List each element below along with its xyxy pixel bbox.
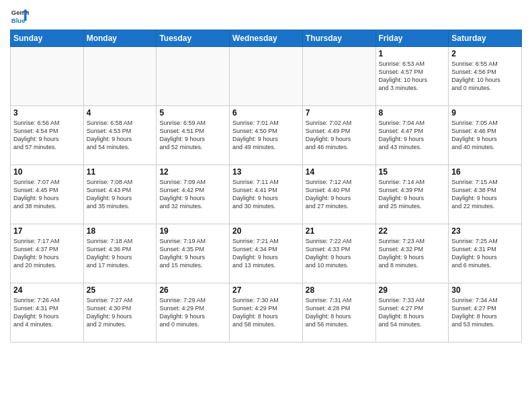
calendar-cell: 13Sunrise: 7:11 AM Sunset: 4:41 PM Dayli…: [230, 165, 303, 224]
day-number: 16: [451, 167, 519, 177]
day-number: 25: [87, 285, 154, 295]
day-number: 20: [232, 226, 300, 236]
day-info: Sunrise: 6:59 AM Sunset: 4:51 PM Dayligh…: [159, 119, 226, 152]
calendar-cell: 28Sunrise: 7:31 AM Sunset: 4:28 PM Dayli…: [302, 283, 375, 342]
calendar-cell: 6Sunrise: 7:01 AM Sunset: 4:50 PM Daylig…: [230, 106, 303, 165]
day-number: 1: [379, 49, 446, 58]
header-row: SundayMondayTuesdayWednesdayThursdayFrid…: [11, 30, 522, 47]
calendar-cell: 1Sunrise: 6:53 AM Sunset: 4:57 PM Daylig…: [375, 47, 449, 106]
day-info: Sunrise: 7:30 AM Sunset: 4:29 PM Dayligh…: [232, 296, 300, 329]
day-info: Sunrise: 7:07 AM Sunset: 4:45 PM Dayligh…: [13, 178, 81, 211]
day-number: 2: [451, 49, 519, 58]
calendar-cell: 30Sunrise: 7:34 AM Sunset: 4:27 PM Dayli…: [449, 283, 522, 342]
calendar-cell: [157, 47, 230, 106]
calendar-cell: 2Sunrise: 6:55 AM Sunset: 4:56 PM Daylig…: [449, 47, 522, 106]
day-number: 19: [159, 226, 226, 236]
day-number: 30: [451, 285, 519, 295]
weekday-header: Friday: [375, 30, 449, 47]
day-info: Sunrise: 6:53 AM Sunset: 4:57 PM Dayligh…: [379, 60, 446, 93]
calendar-cell: 20Sunrise: 7:21 AM Sunset: 4:34 PM Dayli…: [230, 224, 303, 283]
calendar-cell: 5Sunrise: 6:59 AM Sunset: 4:51 PM Daylig…: [157, 106, 230, 165]
day-number: 23: [451, 226, 519, 236]
day-info: Sunrise: 7:22 AM Sunset: 4:33 PM Dayligh…: [306, 237, 373, 270]
day-info: Sunrise: 7:11 AM Sunset: 4:41 PM Dayligh…: [232, 178, 300, 211]
day-number: 24: [13, 285, 81, 295]
day-info: Sunrise: 7:01 AM Sunset: 4:50 PM Dayligh…: [232, 119, 300, 152]
week-row: 24Sunrise: 7:26 AM Sunset: 4:31 PM Dayli…: [11, 283, 522, 342]
day-number: 10: [13, 167, 81, 177]
day-number: 11: [87, 167, 154, 177]
calendar-cell: 21Sunrise: 7:22 AM Sunset: 4:33 PM Dayli…: [302, 224, 375, 283]
week-row: 10Sunrise: 7:07 AM Sunset: 4:45 PM Dayli…: [11, 165, 522, 224]
calendar-cell: [83, 47, 157, 106]
day-number: 8: [379, 108, 446, 118]
day-info: Sunrise: 6:56 AM Sunset: 4:54 PM Dayligh…: [13, 119, 81, 152]
calendar-cell: 19Sunrise: 7:19 AM Sunset: 4:35 PM Dayli…: [157, 224, 230, 283]
day-number: 4: [87, 108, 154, 118]
calendar-cell: 11Sunrise: 7:08 AM Sunset: 4:43 PM Dayli…: [83, 165, 157, 224]
day-info: Sunrise: 7:29 AM Sunset: 4:29 PM Dayligh…: [159, 296, 226, 329]
calendar-table: SundayMondayTuesdayWednesdayThursdayFrid…: [10, 30, 522, 342]
calendar-cell: 24Sunrise: 7:26 AM Sunset: 4:31 PM Dayli…: [11, 283, 84, 342]
day-info: Sunrise: 7:19 AM Sunset: 4:35 PM Dayligh…: [159, 237, 226, 270]
day-info: Sunrise: 7:02 AM Sunset: 4:49 PM Dayligh…: [306, 119, 373, 152]
header: General Blue: [10, 7, 522, 26]
calendar-cell: 29Sunrise: 7:33 AM Sunset: 4:27 PM Dayli…: [375, 283, 449, 342]
weekday-header: Wednesday: [230, 30, 303, 47]
day-info: Sunrise: 7:34 AM Sunset: 4:27 PM Dayligh…: [451, 296, 519, 329]
day-number: 29: [379, 285, 446, 295]
svg-text:Blue: Blue: [11, 17, 26, 24]
day-number: 12: [159, 167, 226, 177]
day-info: Sunrise: 7:14 AM Sunset: 4:39 PM Dayligh…: [379, 178, 446, 211]
calendar-cell: 18Sunrise: 7:18 AM Sunset: 4:36 PM Dayli…: [83, 224, 157, 283]
day-info: Sunrise: 7:17 AM Sunset: 4:37 PM Dayligh…: [13, 237, 81, 270]
day-info: Sunrise: 7:18 AM Sunset: 4:36 PM Dayligh…: [87, 237, 154, 270]
weekday-header: Tuesday: [157, 30, 230, 47]
day-info: Sunrise: 7:15 AM Sunset: 4:38 PM Dayligh…: [451, 178, 519, 211]
week-row: 3Sunrise: 6:56 AM Sunset: 4:54 PM Daylig…: [11, 106, 522, 165]
day-number: 13: [232, 167, 300, 177]
logo-icon: General Blue: [10, 7, 29, 26]
calendar-cell: 7Sunrise: 7:02 AM Sunset: 4:49 PM Daylig…: [302, 106, 375, 165]
weekday-header: Sunday: [11, 30, 84, 47]
day-info: Sunrise: 7:05 AM Sunset: 4:46 PM Dayligh…: [451, 119, 519, 152]
calendar-cell: 10Sunrise: 7:07 AM Sunset: 4:45 PM Dayli…: [11, 165, 84, 224]
day-info: Sunrise: 6:55 AM Sunset: 4:56 PM Dayligh…: [451, 60, 519, 93]
calendar-cell: 25Sunrise: 7:27 AM Sunset: 4:30 PM Dayli…: [83, 283, 157, 342]
calendar-cell: 26Sunrise: 7:29 AM Sunset: 4:29 PM Dayli…: [157, 283, 230, 342]
calendar-cell: 14Sunrise: 7:12 AM Sunset: 4:40 PM Dayli…: [302, 165, 375, 224]
calendar-cell: 4Sunrise: 6:58 AM Sunset: 4:53 PM Daylig…: [83, 106, 157, 165]
day-number: 6: [232, 108, 300, 118]
day-info: Sunrise: 6:58 AM Sunset: 4:53 PM Dayligh…: [87, 119, 154, 152]
calendar-cell: [302, 47, 375, 106]
weekday-header: Saturday: [449, 30, 522, 47]
calendar-cell: 17Sunrise: 7:17 AM Sunset: 4:37 PM Dayli…: [11, 224, 84, 283]
day-number: 26: [159, 285, 226, 295]
day-number: 3: [13, 108, 81, 118]
calendar-cell: [230, 47, 303, 106]
weekday-header: Thursday: [302, 30, 375, 47]
day-info: Sunrise: 7:09 AM Sunset: 4:42 PM Dayligh…: [159, 178, 226, 211]
day-number: 7: [306, 108, 373, 118]
calendar-cell: 22Sunrise: 7:23 AM Sunset: 4:32 PM Dayli…: [375, 224, 449, 283]
day-info: Sunrise: 7:27 AM Sunset: 4:30 PM Dayligh…: [87, 296, 154, 329]
calendar-cell: 3Sunrise: 6:56 AM Sunset: 4:54 PM Daylig…: [11, 106, 84, 165]
day-number: 21: [306, 226, 373, 236]
day-info: Sunrise: 7:31 AM Sunset: 4:28 PM Dayligh…: [306, 296, 373, 329]
day-number: 27: [232, 285, 300, 295]
calendar-cell: 23Sunrise: 7:25 AM Sunset: 4:31 PM Dayli…: [449, 224, 522, 283]
day-info: Sunrise: 7:26 AM Sunset: 4:31 PM Dayligh…: [13, 296, 81, 329]
calendar-cell: 15Sunrise: 7:14 AM Sunset: 4:39 PM Dayli…: [375, 165, 449, 224]
week-row: 17Sunrise: 7:17 AM Sunset: 4:37 PM Dayli…: [11, 224, 522, 283]
day-info: Sunrise: 7:08 AM Sunset: 4:43 PM Dayligh…: [87, 178, 154, 211]
weekday-header: Monday: [83, 30, 157, 47]
calendar-cell: 12Sunrise: 7:09 AM Sunset: 4:42 PM Dayli…: [157, 165, 230, 224]
calendar-cell: [11, 47, 84, 106]
day-info: Sunrise: 7:21 AM Sunset: 4:34 PM Dayligh…: [232, 237, 300, 270]
day-number: 14: [306, 167, 373, 177]
day-number: 22: [379, 226, 446, 236]
page: General Blue SundayMondayTuesdayWednesda…: [0, 0, 532, 411]
calendar-cell: 27Sunrise: 7:30 AM Sunset: 4:29 PM Dayli…: [230, 283, 303, 342]
day-info: Sunrise: 7:12 AM Sunset: 4:40 PM Dayligh…: [306, 178, 373, 211]
day-number: 18: [87, 226, 154, 236]
